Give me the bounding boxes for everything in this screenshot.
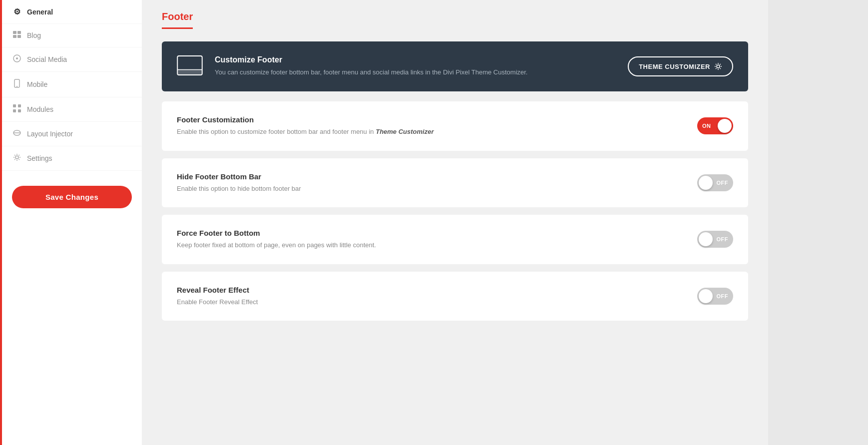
- sidebar-item-label: Blog: [27, 31, 41, 39]
- svg-rect-16: [177, 70, 202, 75]
- toggle-label: OFF: [717, 180, 729, 186]
- modules-icon: [12, 104, 22, 114]
- svg-point-14: [15, 156, 18, 159]
- layout-injector-icon: [12, 129, 22, 139]
- toggle-wrap: OFF: [697, 174, 733, 191]
- theme-customizer-label: THEME CUSTOMIZER: [639, 63, 710, 70]
- footer-customize-icon: [177, 55, 203, 77]
- sidebar-item-label: Settings: [27, 154, 52, 162]
- svg-rect-0: [13, 31, 16, 34]
- save-changes-button[interactable]: Save Changes: [12, 186, 132, 208]
- setting-description: Keep footer fixed at bottom of page, eve…: [177, 240, 376, 250]
- right-panel: [768, 0, 868, 445]
- gear-icon: [714, 62, 722, 70]
- theme-customizer-button[interactable]: THEME CUSTOMIZER: [628, 56, 733, 76]
- setting-info: Hide Footer Bottom BarEnable this option…: [177, 172, 301, 194]
- sidebar-item-label: Mobile: [27, 80, 47, 88]
- toggle-label: OFF: [717, 236, 729, 242]
- toggle-force-footer-to-bottom[interactable]: OFF: [697, 231, 733, 248]
- svg-rect-9: [18, 104, 21, 107]
- toggle-knob: [718, 119, 732, 133]
- toggle-knob: [699, 176, 713, 190]
- svg-rect-3: [17, 35, 21, 38]
- sidebar-item-blog[interactable]: Blog: [2, 24, 142, 47]
- setting-info: Force Footer to BottomKeep footer fixed …: [177, 229, 376, 250]
- setting-card-footer-customization: Footer CustomizationEnable this option t…: [162, 101, 748, 151]
- sidebar-item-label: General: [27, 8, 53, 16]
- setting-title: Footer Customization: [177, 115, 434, 124]
- setting-description: Enable this option to customize footer b…: [177, 127, 434, 137]
- toggle-label: ON: [702, 123, 711, 129]
- toggle-knob: [699, 289, 713, 303]
- svg-point-7: [16, 86, 17, 87]
- toggle-knob: [699, 232, 713, 246]
- svg-point-18: [717, 65, 720, 68]
- main-content: Footer Customize Footer You can customiz…: [142, 0, 768, 445]
- toggle-wrap: OFF: [697, 288, 733, 305]
- settings-icon: [12, 153, 22, 163]
- setting-description: Enable this option to hide bottom footer…: [177, 184, 301, 194]
- setting-description: Enable Footer Reveal Effect: [177, 297, 258, 307]
- setting-title: Reveal Footer Effect: [177, 286, 258, 294]
- svg-rect-10: [13, 109, 16, 112]
- sidebar-item-label: Layout Injector: [27, 130, 73, 138]
- sidebar-item-label: Modules: [27, 105, 53, 113]
- svg-rect-8: [13, 104, 16, 107]
- sidebar-item-social-media[interactable]: Social Media: [2, 47, 142, 72]
- banner-card: Customize Footer You can customize foote…: [162, 41, 748, 91]
- toggle-wrap: ON: [697, 117, 733, 134]
- social-icon: [12, 54, 22, 64]
- mobile-icon: [12, 79, 22, 90]
- setting-card-hide-footer-bottom-bar: Hide Footer Bottom BarEnable this option…: [162, 158, 748, 208]
- banner-description: You can customize footer bottom bar, foo…: [215, 67, 616, 77]
- sidebar-item-settings[interactable]: Settings: [2, 146, 142, 171]
- svg-rect-2: [13, 35, 16, 38]
- sidebar-item-layout-injector[interactable]: Layout Injector: [2, 122, 142, 146]
- setting-card-reveal-footer-effect: Reveal Footer EffectEnable Footer Reveal…: [162, 272, 748, 321]
- sidebar-item-general[interactable]: ⚙ General: [2, 0, 142, 24]
- gear-icon: ⚙: [12, 7, 22, 16]
- sidebar: ⚙ General Blog Social Media: [2, 0, 142, 445]
- blog-icon: [12, 31, 22, 40]
- page-title: Footer: [162, 11, 193, 22]
- svg-rect-11: [18, 109, 21, 112]
- toggle-hide-footer-bottom-bar[interactable]: OFF: [697, 174, 733, 191]
- svg-point-5: [16, 57, 18, 59]
- setting-info: Footer CustomizationEnable this option t…: [177, 115, 434, 137]
- sidebar-item-modules[interactable]: Modules: [2, 97, 142, 122]
- banner-title: Customize Footer: [215, 55, 616, 64]
- setting-info: Reveal Footer EffectEnable Footer Reveal…: [177, 286, 258, 307]
- page-header: Footer: [162, 0, 193, 29]
- setting-card-force-footer-to-bottom: Force Footer to BottomKeep footer fixed …: [162, 215, 748, 264]
- svg-rect-1: [17, 31, 21, 34]
- sidebar-item-label: Social Media: [27, 55, 67, 63]
- setting-title: Hide Footer Bottom Bar: [177, 172, 301, 181]
- setting-title: Force Footer to Bottom: [177, 229, 376, 237]
- banner-text: Customize Footer You can customize foote…: [215, 55, 616, 77]
- toggle-label: OFF: [717, 293, 729, 299]
- settings-container: Footer CustomizationEnable this option t…: [162, 101, 748, 321]
- toggle-reveal-footer-effect[interactable]: OFF: [697, 288, 733, 305]
- toggle-wrap: OFF: [697, 231, 733, 248]
- sidebar-item-mobile[interactable]: Mobile: [2, 72, 142, 97]
- toggle-footer-customization[interactable]: ON: [697, 117, 733, 134]
- save-button-wrap: Save Changes: [12, 186, 132, 208]
